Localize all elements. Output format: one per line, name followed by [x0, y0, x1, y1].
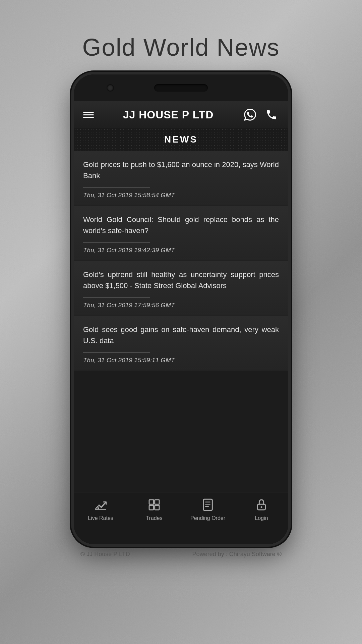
nav-login-label: Login — [255, 515, 268, 521]
nav-pending-order-label: Pending Order — [190, 515, 225, 521]
phone-call-button[interactable] — [264, 107, 279, 122]
svg-rect-2 — [155, 500, 159, 504]
page-title: Gold World News — [82, 34, 280, 61]
menu-button[interactable] — [83, 112, 94, 118]
app-title: JJ HOUSE P LTD — [123, 109, 214, 121]
phone-speaker — [154, 84, 208, 92]
news-title-1: Gold prices to push to $1,600 an ounce i… — [83, 159, 279, 181]
svg-rect-1 — [149, 500, 154, 504]
whatsapp-button[interactable] — [243, 107, 257, 122]
news-item-1[interactable]: Gold prices to push to $1,600 an ounce i… — [74, 151, 288, 206]
news-title-2: World Gold Council: Should gold replace … — [83, 214, 279, 236]
phone-screen: JJ HOUSE P LTD NEWS — [74, 101, 288, 524]
phone-bezel-bottom — [74, 524, 288, 544]
phone-frame: JJ HOUSE P LTD NEWS — [74, 74, 288, 544]
svg-point-0 — [98, 507, 99, 509]
news-date-4: Thu, 31 Oct 2019 15:59:11 GMT — [83, 357, 279, 364]
trades-icon — [146, 496, 163, 513]
svg-point-10 — [261, 506, 262, 508]
nav-live-rates[interactable]: Live Rates — [74, 496, 127, 521]
news-date-2: Thu, 31 Oct 2019 19:42:39 GMT — [83, 247, 279, 254]
footer-copyright: © JJ House P LTD — [80, 551, 130, 558]
nav-login[interactable]: Login — [235, 496, 288, 521]
lock-icon — [253, 496, 270, 513]
footer-powered-by: Powered by : Chirayu Software ® — [192, 551, 282, 558]
nav-pending-order[interactable]: Pending Order — [181, 496, 235, 521]
app-header: JJ HOUSE P LTD — [74, 101, 288, 128]
news-date-3: Thu, 31 Oct 2019 17:59:56 GMT — [83, 302, 279, 309]
nav-trades[interactable]: Trades — [127, 496, 181, 521]
header-action-icons — [243, 107, 279, 122]
news-list: Gold prices to push to $1,600 an ounce i… — [74, 151, 288, 492]
svg-rect-3 — [149, 505, 154, 510]
news-title-4: Gold sees good gains on safe-haven deman… — [83, 324, 279, 346]
news-date-1: Thu, 31 Oct 2019 15:58:54 GMT — [83, 192, 279, 199]
bottom-navigation: Live Rates Trades — [74, 492, 288, 524]
svg-rect-4 — [155, 505, 159, 510]
order-icon — [199, 496, 216, 513]
news-divider-2 — [83, 242, 150, 243]
news-title-3: Gold's uptrend still healthy as uncertai… — [83, 269, 279, 291]
chart-icon — [92, 496, 109, 513]
phone-bezel-top — [74, 74, 288, 101]
svg-rect-5 — [203, 499, 213, 510]
news-divider-4 — [83, 352, 150, 353]
footer: © JJ House P LTD Powered by : Chirayu So… — [74, 547, 288, 562]
nav-trades-label: Trades — [146, 515, 162, 521]
news-item-4[interactable]: Gold sees good gains on safe-haven deman… — [74, 316, 288, 371]
news-section-header: NEWS — [74, 128, 288, 151]
phone-camera — [107, 85, 113, 91]
news-divider-3 — [83, 297, 150, 298]
news-item-3[interactable]: Gold's uptrend still healthy as uncertai… — [74, 261, 288, 316]
news-item-2[interactable]: World Gold Council: Should gold replace … — [74, 206, 288, 261]
news-divider-1 — [83, 187, 150, 187]
nav-live-rates-label: Live Rates — [88, 515, 113, 521]
news-heading: NEWS — [164, 134, 198, 145]
